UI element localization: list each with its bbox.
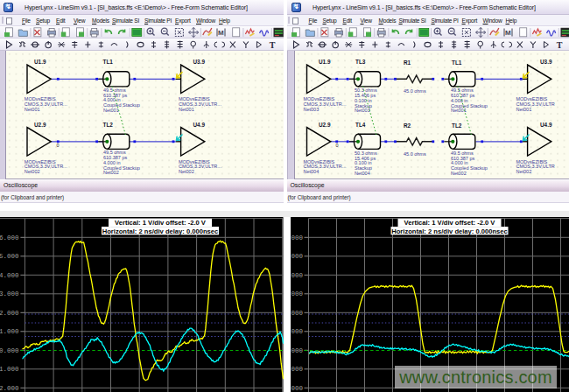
svg-text:Horizontal: 2 ns/div delay: 0: Horizontal: 2 ns/div delay: 0.000nsec bbox=[391, 228, 508, 235]
svg-text:4.000: 4.000 bbox=[0, 272, 19, 279]
svg-text:TL2: TL2 bbox=[103, 122, 114, 128]
svg-text:Net002: Net002 bbox=[179, 169, 194, 174]
svg-text:TL1: TL1 bbox=[452, 60, 462, 66]
svg-text:Net003: Net003 bbox=[304, 107, 320, 112]
svg-text:TL1: TL1 bbox=[103, 59, 114, 65]
svg-text:R2: R2 bbox=[404, 122, 411, 129]
svg-text:0: 0 bbox=[57, 143, 60, 148]
svg-text:U3.9: U3.9 bbox=[193, 59, 206, 65]
svg-text:0: 0 bbox=[336, 143, 339, 148]
svg-text:Net004: Net004 bbox=[304, 169, 320, 174]
svg-text:TL4: TL4 bbox=[355, 122, 366, 128]
svg-text:6.000: 6.000 bbox=[0, 234, 19, 242]
svg-text:-1.000: -1.000 bbox=[291, 366, 303, 373]
svg-text:5.000: 5.000 bbox=[0, 253, 19, 260]
svg-text:U1.9: U1.9 bbox=[34, 59, 46, 65]
svg-text:-2.000: -2.000 bbox=[0, 385, 19, 392]
svg-text:45.0 ohms: 45.0 ohms bbox=[404, 88, 426, 94]
svg-text:4.000: 4.000 bbox=[291, 272, 303, 279]
svg-text:Net002: Net002 bbox=[516, 169, 532, 174]
svg-text:U4.9: U4.9 bbox=[540, 122, 552, 128]
svg-text:Net001: Net001 bbox=[451, 108, 467, 113]
svg-text:TL3: TL3 bbox=[355, 59, 366, 65]
svg-text:2.000: 2.000 bbox=[291, 310, 303, 317]
svg-text:3.000: 3.000 bbox=[291, 290, 303, 298]
svg-text:5.000: 5.000 bbox=[291, 253, 303, 260]
svg-text:U4.9: U4.9 bbox=[193, 122, 206, 128]
svg-text:R1: R1 bbox=[404, 60, 411, 66]
svg-text:6.000: 6.000 bbox=[291, 234, 303, 242]
svg-text:45.0 ohms: 45.0 ohms bbox=[404, 151, 426, 157]
svg-text:1.000: 1.000 bbox=[0, 328, 19, 335]
svg-text:TL2: TL2 bbox=[452, 122, 462, 129]
svg-text:Vertical: 1 V/div offset: -2: Vertical: 1 V/div offset: -2.0 V bbox=[115, 219, 207, 227]
svg-text:Net001: Net001 bbox=[103, 108, 119, 113]
svg-text:Net004: Net004 bbox=[355, 171, 370, 176]
svg-text:-1.000: -1.000 bbox=[0, 366, 19, 373]
svg-text:U3.9: U3.9 bbox=[540, 59, 552, 65]
svg-text:0.000: 0.000 bbox=[0, 347, 19, 354]
svg-text:2.000: 2.000 bbox=[0, 310, 19, 317]
svg-text:U1.9: U1.9 bbox=[319, 59, 331, 65]
svg-text:Net002: Net002 bbox=[103, 170, 119, 175]
svg-text:Net003: Net003 bbox=[355, 108, 370, 113]
svg-text:Net002: Net002 bbox=[25, 169, 40, 174]
svg-text:3.000: 3.000 bbox=[0, 290, 19, 298]
svg-text:Vertical: 1 V/div offset: -2: Vertical: 1 V/div offset: -2.0 V bbox=[404, 219, 495, 227]
svg-text:1.000: 1.000 bbox=[291, 328, 303, 335]
svg-text:-2.000: -2.000 bbox=[291, 385, 303, 392]
svg-text:0.000: 0.000 bbox=[291, 347, 303, 354]
svg-text:U2.9: U2.9 bbox=[319, 122, 331, 128]
svg-text:Net001: Net001 bbox=[25, 107, 40, 112]
svg-text:U2.9: U2.9 bbox=[34, 122, 46, 128]
svg-text:Horizontal: 2 ns/div delay: 0: Horizontal: 2 ns/div delay: 0.000nsec bbox=[102, 228, 219, 235]
svg-text:Net001: Net001 bbox=[516, 107, 532, 112]
svg-text:Net001: Net001 bbox=[179, 107, 194, 112]
svg-text:Net002: Net002 bbox=[451, 171, 467, 176]
